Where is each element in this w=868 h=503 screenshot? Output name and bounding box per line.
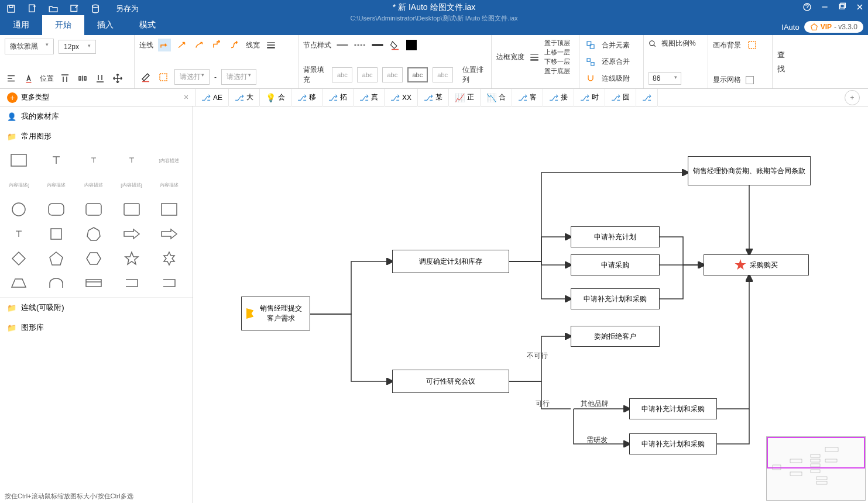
layer-down[interactable]: 下移一层 <box>544 57 570 66</box>
tag-item[interactable]: ⎇拓 <box>323 89 354 106</box>
shape-square[interactable] <box>43 225 69 243</box>
shape-text-sm2[interactable] <box>119 151 145 170</box>
textpos-1[interactable]: abc <box>332 67 352 82</box>
line-start-select[interactable]: 请选打▾ <box>174 69 210 85</box>
tag-item[interactable]: ⎇接 <box>543 89 574 106</box>
help-icon[interactable] <box>802 2 812 12</box>
shape-roundrect3[interactable] <box>119 200 145 219</box>
layer-top[interactable]: 置于顶层 <box>544 39 570 47</box>
shape-hexagon[interactable] <box>81 249 107 268</box>
tag-item[interactable]: 📈正 <box>449 89 481 106</box>
layer-up[interactable]: 上移一层 <box>544 48 570 57</box>
font-family-select[interactable]: 微软雅黑▾ <box>5 39 54 54</box>
flownode[interactable]: 销售经理协商货期、账期等合同条款 <box>688 156 811 185</box>
tag-item[interactable]: 📉合 <box>481 89 512 106</box>
flownode-end[interactable]: 采购购买 <box>704 254 809 275</box>
align-bottom-icon[interactable] <box>94 72 107 85</box>
font-size-select[interactable]: 12px▾ <box>59 40 96 54</box>
tag-item[interactable]: ⎇ <box>636 89 658 106</box>
tab-general[interactable]: 通用 <box>0 15 42 35</box>
tag-item[interactable]: ⎇移 <box>291 89 323 106</box>
saveas-button[interactable]: 另存为 <box>116 4 139 14</box>
flownode[interactable]: 调度确定计划和库存 <box>392 250 509 273</box>
shape-arch[interactable] <box>43 274 69 292</box>
line-style-icon[interactable] <box>157 71 170 84</box>
add-tag-button[interactable]: + <box>845 90 860 105</box>
shape-star6[interactable] <box>156 249 182 268</box>
align-icon[interactable] <box>5 72 18 85</box>
shape-label[interactable]: 内容描述 <box>156 175 182 194</box>
tab-mode[interactable]: 模式 <box>126 15 169 35</box>
shape-circle[interactable] <box>6 200 32 219</box>
textpos-4[interactable]: abc <box>407 67 428 82</box>
linewidth-icon[interactable] <box>265 39 277 51</box>
new-icon[interactable] <box>27 4 37 14</box>
shape-text2[interactable] <box>6 225 32 243</box>
line-color-icon[interactable] <box>139 71 152 84</box>
line-thick-icon[interactable] <box>371 39 384 51</box>
line-type-4-icon[interactable] <box>211 39 224 51</box>
edit-icon[interactable] <box>69 4 80 14</box>
database-icon[interactable] <box>90 4 101 14</box>
flownode[interactable]: 委婉拒绝客户 <box>571 326 660 347</box>
line-type-2-icon[interactable] <box>176 39 188 51</box>
flownode[interactable]: 申请补充计划和采购 <box>629 433 717 454</box>
restore-icon[interactable] <box>584 56 597 68</box>
textpos-5[interactable]: abc <box>433 67 453 82</box>
vip-badge[interactable]: VIP - v3.3.0 <box>804 21 863 33</box>
merge-icon[interactable] <box>584 39 597 51</box>
move-icon[interactable] <box>111 72 124 85</box>
fill-black-icon[interactable] <box>406 40 417 50</box>
flownode[interactable]: 申请补充计划和采购 <box>571 288 660 309</box>
line-type-5-icon[interactable] <box>228 39 241 51</box>
borderwidth-icon[interactable] <box>528 51 541 64</box>
find-button-2[interactable]: 找 <box>777 64 785 74</box>
sidebar-common[interactable]: 📁常用图形 <box>0 126 193 146</box>
open-icon[interactable] <box>48 4 59 14</box>
shape-rect[interactable] <box>6 151 32 170</box>
line-end-select[interactable]: 请选打▾ <box>221 69 256 85</box>
tab-insert[interactable]: 插入 <box>84 15 126 35</box>
line-dash-icon[interactable] <box>354 39 366 51</box>
close-icon[interactable] <box>855 2 864 12</box>
sidebar-mylib[interactable]: 👤我的素材库 <box>0 106 193 126</box>
flownode[interactable]: 申请补充计划 <box>571 226 660 247</box>
shape-diamond[interactable] <box>6 249 32 268</box>
close-panel-icon[interactable]: × <box>184 92 188 102</box>
zoom-input[interactable]: 86▾ <box>649 72 681 85</box>
flownode[interactable]: 申请补充计划和采购 <box>629 398 717 419</box>
flownode-start[interactable]: 销售经理提交客户需求 <box>241 297 310 330</box>
shape-brace-u[interactable]: 内容描述 <box>43 175 69 194</box>
layer-bottom[interactable]: 置于底层 <box>544 67 570 75</box>
shape-text[interactable] <box>43 151 69 170</box>
tab-start[interactable]: 开始 <box>42 15 84 35</box>
minimap[interactable] <box>766 436 866 501</box>
shape-roundrect2[interactable] <box>81 200 107 219</box>
tag-item[interactable]: ⎇大 <box>229 89 260 106</box>
tag-item[interactable]: ⎇客 <box>512 89 543 106</box>
tag-item[interactable]: 💡会 <box>260 89 291 106</box>
maximize-icon[interactable] <box>838 2 847 12</box>
showgrid-checkbox[interactable] <box>746 76 754 84</box>
flownode[interactable]: 申请采购 <box>571 254 660 275</box>
shape-trapezoid[interactable] <box>6 274 32 292</box>
shape-brace-d[interactable]: 内容描述 <box>81 175 107 194</box>
sidebar-shapelib[interactable]: 📁图形库 <box>0 318 193 337</box>
save-icon[interactable] <box>6 4 16 14</box>
shape-arrow-r[interactable] <box>119 225 145 243</box>
find-button[interactable]: 查 <box>777 50 785 60</box>
shape-star5[interactable] <box>119 249 145 268</box>
minimize-icon[interactable] <box>820 2 829 12</box>
shape-roundrect[interactable] <box>43 200 69 219</box>
snap-icon[interactable] <box>584 72 597 85</box>
shape-card[interactable] <box>81 274 107 292</box>
shape-heptagon[interactable] <box>81 225 107 243</box>
flownode[interactable]: 可行性研究会议 <box>392 370 509 393</box>
shape-half2[interactable] <box>156 274 182 292</box>
fill-color-icon[interactable] <box>389 39 402 51</box>
line-type-3-icon[interactable] <box>193 39 206 51</box>
textpos-3[interactable]: abc <box>382 67 403 82</box>
shape-pentagon[interactable] <box>43 249 69 268</box>
font-color-icon[interactable] <box>22 72 35 85</box>
add-category-icon[interactable]: + <box>7 92 18 103</box>
